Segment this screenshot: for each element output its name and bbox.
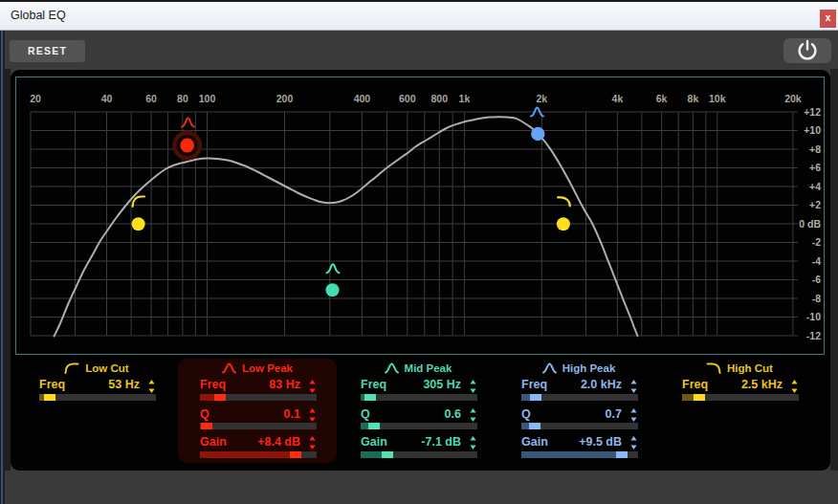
svg-text:-12: -12 xyxy=(806,330,821,341)
svg-text:400: 400 xyxy=(354,93,371,104)
svg-text:40: 40 xyxy=(101,93,113,104)
svg-text:20: 20 xyxy=(30,93,41,104)
svg-text:-10: -10 xyxy=(806,311,821,322)
svg-text:1k: 1k xyxy=(459,93,471,104)
svg-text:100: 100 xyxy=(199,93,216,104)
svg-text:10k: 10k xyxy=(709,93,726,104)
svg-text:80: 80 xyxy=(177,93,188,104)
svg-text:20k: 20k xyxy=(784,93,802,104)
svg-text:60: 60 xyxy=(145,93,157,104)
svg-text:+10: +10 xyxy=(804,124,821,136)
svg-text:+4: +4 xyxy=(809,181,821,192)
svg-text:200: 200 xyxy=(276,93,294,104)
svg-text:600: 600 xyxy=(399,93,416,104)
svg-text:+6: +6 xyxy=(809,162,821,173)
svg-text:-4: -4 xyxy=(812,255,821,267)
svg-text:+8: +8 xyxy=(809,143,821,155)
svg-text:-8: -8 xyxy=(812,293,821,304)
svg-text:+12: +12 xyxy=(804,106,821,118)
svg-text:2k: 2k xyxy=(536,93,547,104)
svg-text:+2: +2 xyxy=(809,199,821,210)
svg-text:4k: 4k xyxy=(612,93,624,104)
svg-text:800: 800 xyxy=(431,93,449,104)
svg-text:0 dB: 0 dB xyxy=(799,218,821,230)
svg-text:-6: -6 xyxy=(812,274,821,285)
svg-text:8k: 8k xyxy=(688,93,699,104)
svg-text:6k: 6k xyxy=(656,93,668,104)
svg-text:-2: -2 xyxy=(812,236,821,248)
